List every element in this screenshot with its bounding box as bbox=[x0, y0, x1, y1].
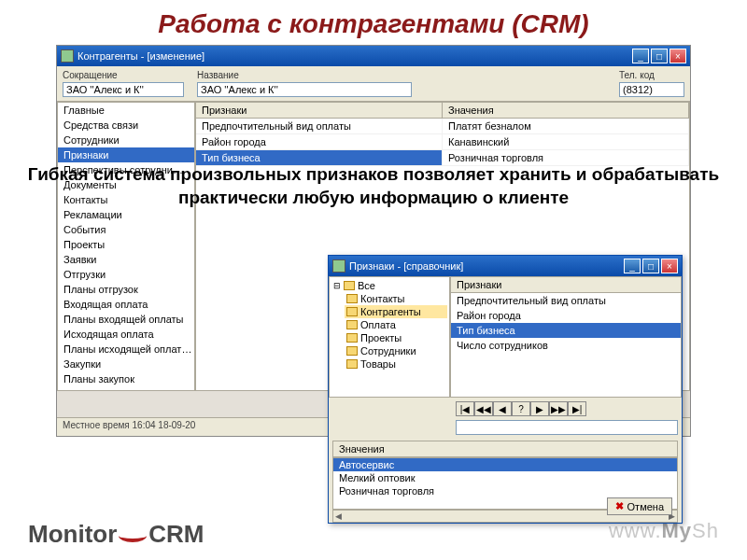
col-attributes: Признаки bbox=[196, 103, 443, 118]
window1-titlebar: Контрагенты - [изменение] _ □ × bbox=[57, 46, 690, 66]
filter-input[interactable] bbox=[456, 420, 678, 435]
value-item[interactable]: Автосервис bbox=[333, 458, 677, 471]
sidebar-item[interactable]: Сотрудники bbox=[58, 133, 194, 147]
nav-button[interactable]: ▶ bbox=[530, 401, 549, 416]
w2-close-button[interactable]: × bbox=[661, 259, 678, 273]
window2-reference: Признаки - [справочник] _ □ × ⊟Все Конта… bbox=[328, 255, 683, 524]
overlay-caption: Гибкая система произвольных признаков по… bbox=[0, 163, 747, 209]
record-navigator[interactable]: |◀◀◀◀?▶▶▶▶| bbox=[456, 401, 682, 416]
w2-minimize-button[interactable]: _ bbox=[624, 259, 641, 273]
name-label: Название bbox=[197, 70, 412, 80]
values-header: Значения bbox=[332, 441, 678, 457]
table-row[interactable]: Район городаКанавинский bbox=[196, 134, 689, 150]
nav-button[interactable]: ▶| bbox=[568, 401, 586, 416]
tel-input[interactable] bbox=[619, 82, 684, 97]
tree-item[interactable]: Контрагенты bbox=[345, 305, 447, 318]
sidebar-item[interactable]: Входящая оплата bbox=[58, 297, 194, 312]
folder-icon bbox=[344, 281, 355, 290]
main-screenshot: Контрагенты - [изменение] _ □ × Сокращен… bbox=[56, 45, 691, 437]
nav-button[interactable]: ? bbox=[512, 401, 530, 416]
sidebar-item[interactable]: События bbox=[58, 222, 194, 237]
nav-button[interactable]: ◀ bbox=[493, 401, 512, 416]
table-row[interactable]: Предпочтительный вид оплатыПлатят безнал… bbox=[196, 119, 689, 134]
close-button[interactable]: × bbox=[669, 49, 686, 63]
sidebar-item[interactable]: Заявки bbox=[58, 252, 194, 267]
app-icon bbox=[61, 49, 74, 63]
tel-label: Тел. код bbox=[619, 70, 684, 80]
col-values: Значения bbox=[443, 103, 689, 118]
short-label: Сокращение bbox=[63, 70, 184, 80]
tree-item[interactable]: Контакты bbox=[345, 292, 447, 305]
tree-item[interactable]: Проекты bbox=[345, 331, 447, 344]
list-header: Признаки bbox=[451, 277, 681, 293]
value-item[interactable]: Розничная торговля bbox=[333, 484, 677, 497]
nav-button[interactable]: |◀ bbox=[456, 401, 474, 416]
nav-button[interactable]: ◀◀ bbox=[474, 401, 493, 416]
sidebar-item[interactable]: Рекламации bbox=[58, 207, 194, 222]
short-input[interactable] bbox=[63, 82, 184, 97]
category-tree[interactable]: ⊟Все КонтактыКонтрагентыОплатаПроектыСот… bbox=[329, 276, 450, 398]
sidebar-item[interactable]: Планы входящей оплаты bbox=[58, 312, 194, 327]
sidebar-item[interactable]: Главные bbox=[58, 103, 194, 118]
window1-title: Контрагенты - [изменение] bbox=[78, 50, 204, 62]
sidebar[interactable]: ГлавныеСредства связиСотрудникиПризнакиП… bbox=[57, 102, 195, 391]
sidebar-item[interactable]: Планы исходящей оплат… bbox=[58, 342, 194, 357]
nav-button[interactable]: ▶▶ bbox=[549, 401, 568, 416]
sidebar-item[interactable]: Признаки bbox=[58, 147, 194, 162]
tree-item[interactable]: Оплата bbox=[345, 318, 447, 331]
tree-item[interactable]: Товары bbox=[345, 357, 447, 371]
window1-toolbar: Сокращение Название Тел. код bbox=[57, 66, 690, 102]
slide-title: Работа с контрагентами (CRM) bbox=[0, 0, 747, 45]
sidebar-item[interactable]: Проекты bbox=[58, 237, 194, 252]
list-item[interactable]: Предпочтительный вид оплаты bbox=[451, 293, 681, 308]
name-input[interactable] bbox=[197, 82, 412, 97]
sidebar-item[interactable]: Средства связи bbox=[58, 118, 194, 133]
sidebar-item[interactable]: Исходящая оплата bbox=[58, 327, 194, 342]
tree-root[interactable]: ⊟Все bbox=[331, 279, 447, 292]
sidebar-item[interactable]: Планы закупок bbox=[58, 371, 194, 386]
swoosh-icon bbox=[119, 529, 147, 542]
brand-logo: MonitorCRM bbox=[28, 520, 204, 549]
sidebar-item[interactable]: Планы отгрузок bbox=[58, 282, 194, 297]
sidebar-item[interactable]: Отгрузки bbox=[58, 267, 194, 282]
sidebar-item[interactable]: Закупки bbox=[58, 357, 194, 371]
minimize-button[interactable]: _ bbox=[632, 49, 649, 63]
w2-maximize-button[interactable]: □ bbox=[642, 259, 659, 273]
value-item[interactable]: Мелкий оптовик bbox=[333, 471, 677, 484]
list-item[interactable]: Район города bbox=[451, 308, 681, 323]
list-item[interactable]: Число сотрудников bbox=[451, 338, 681, 353]
app-icon bbox=[332, 259, 345, 273]
tree-item[interactable]: Сотрудники bbox=[345, 344, 447, 357]
cancel-button[interactable]: ✖ Отмена bbox=[607, 497, 672, 515]
window2-title: Признаки - [справочник] bbox=[349, 260, 463, 272]
maximize-button[interactable]: □ bbox=[651, 49, 668, 63]
attributes-list[interactable]: Признаки Предпочтительный вид оплатыРайо… bbox=[450, 276, 682, 398]
list-item[interactable]: Тип бизнеса bbox=[451, 323, 681, 338]
cancel-icon: ✖ bbox=[615, 500, 624, 512]
